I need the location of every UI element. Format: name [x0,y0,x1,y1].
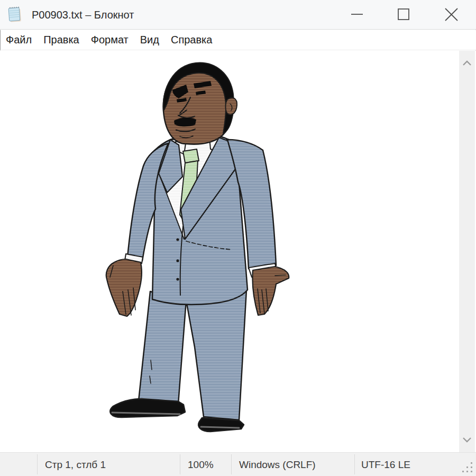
status-bar: Стр 1, стлб 1 100% Windows (CRLF) UTF-16… [0,452,476,476]
encoding-status: UTF-16 LE [361,453,410,476]
menu-bar: Файл Правка Формат Вид Справка [0,30,476,50]
status-divider [180,454,180,474]
menu-view[interactable]: Вид [140,34,159,46]
resize-grip[interactable] [460,460,474,474]
title-bar[interactable]: P00903.txt – Блокнот [0,0,476,30]
notepad-window: P00903.txt – Блокнот Файл Правка Формат … [0,0,476,476]
status-divider [37,454,38,474]
status-divider [231,454,232,474]
line-ending-status: Windows (CRLF) [239,453,316,476]
maximize-icon [397,8,410,21]
status-divider [354,454,355,474]
scroll-up-button[interactable] [459,55,475,71]
notepad-icon [6,6,24,24]
close-icon [444,7,459,22]
menu-help[interactable]: Справка [171,34,212,46]
scroll-down-button[interactable] [459,432,475,448]
chevron-down-icon [463,437,471,443]
cursor-position-status: Стр 1, стлб 1 [45,453,106,476]
zoom-level-status: 100% [188,453,214,476]
window-title: P00903.txt – Блокнот [32,0,134,30]
chevron-up-icon [463,60,471,66]
text-editor-area[interactable] [0,51,476,452]
vertical-scrollbar[interactable] [459,51,475,452]
figure-illustration [0,51,459,452]
menu-edit[interactable]: Правка [43,34,79,46]
close-button[interactable] [435,0,467,29]
menu-file[interactable]: Файл [6,34,32,46]
maximize-button[interactable] [388,0,419,29]
menu-format[interactable]: Формат [91,34,129,46]
minimize-icon [351,8,363,21]
minimize-button[interactable] [341,0,373,29]
